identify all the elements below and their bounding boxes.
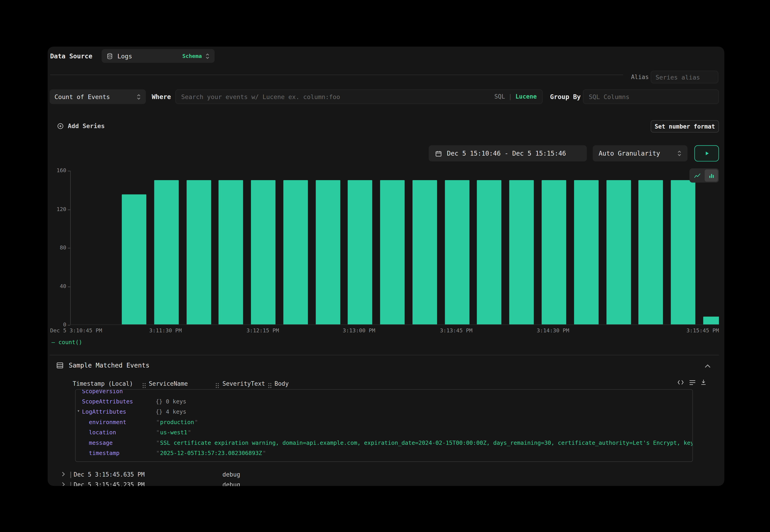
search-input-box: SQL | Lucene	[175, 89, 543, 104]
y-tick-mark	[68, 209, 70, 210]
select-chevrons-icon	[205, 53, 209, 59]
set-number-format-button[interactable]: Set number format	[651, 120, 719, 132]
json-attribute-row[interactable]: ScopeAttributes{} 0 keys	[76, 396, 693, 406]
json-attribute-row[interactable]: location"us-west1"	[76, 427, 693, 437]
event-row[interactable]: Dec 5 3:15:45.635 PMdebug	[48, 470, 721, 480]
attribute-key[interactable]: timestamp	[89, 450, 119, 456]
chart-bar[interactable]	[154, 180, 179, 324]
chart-bar[interactable]	[122, 194, 146, 325]
bar-chart-icon[interactable]	[705, 169, 718, 181]
run-query-button[interactable]	[694, 145, 719, 162]
chart-bar[interactable]	[542, 180, 566, 324]
sql-toggle[interactable]: SQL	[494, 93, 505, 100]
code-icon[interactable]	[677, 379, 684, 385]
attribute-value[interactable]: "us-west1"	[156, 429, 192, 436]
header-divider	[50, 75, 623, 75]
column-header-severitytext[interactable]: SeverityText	[222, 380, 265, 387]
x-tick-label: 3:13:45 PM	[440, 327, 473, 334]
legend-swatch: —	[52, 339, 55, 346]
attribute-value[interactable]: "2025-12-05T13:57:23.082306893Z"	[156, 450, 266, 456]
legend-label: count()	[58, 339, 82, 346]
select-chevrons-icon	[677, 150, 682, 157]
expand-row-icon[interactable]	[61, 482, 65, 486]
json-attribute-row[interactable]: timestamp"2025-12-05T13:57:23.082306893Z…	[76, 448, 693, 458]
chart-bar[interactable]	[380, 180, 405, 324]
chart-legend[interactable]: — count()	[52, 339, 82, 346]
chart-bar[interactable]	[283, 180, 308, 324]
database-icon	[107, 53, 113, 59]
json-attribute-row[interactable]: ScopeVersion	[76, 389, 693, 396]
chart-bar[interactable]	[186, 180, 211, 324]
bar-chart-plot[interactable]	[70, 171, 719, 325]
attribute-key[interactable]: environment	[89, 419, 126, 425]
search-input[interactable]	[181, 93, 494, 100]
attribute-key[interactable]: message	[89, 439, 113, 446]
download-icon[interactable]	[700, 379, 707, 385]
drag-handle-icon[interactable]	[268, 381, 271, 390]
chart-bar[interactable]	[671, 180, 695, 324]
chart-bar[interactable]	[639, 180, 663, 324]
schema-link[interactable]: Schema	[182, 53, 202, 59]
time-range-picker[interactable]: Dec 5 15:10:46 - Dec 5 15:15:46	[429, 145, 587, 162]
lucene-toggle[interactable]: Lucene	[516, 93, 537, 100]
chart-bar[interactable]	[445, 180, 469, 324]
chevron-up-icon[interactable]	[705, 364, 711, 368]
attribute-key[interactable]: ScopeVersion	[82, 389, 123, 395]
column-header-body[interactable]: Body	[274, 380, 289, 387]
attribute-key[interactable]: ScopeAttributes	[82, 398, 133, 405]
table-icon	[56, 362, 63, 369]
aggregate-value: Count of Events	[55, 93, 110, 100]
attribute-value[interactable]: "production"	[156, 419, 198, 425]
attribute-key[interactable]: LogAttributes	[82, 408, 126, 415]
json-attribute-row[interactable]: message"SSL certificate expiration warni…	[76, 437, 693, 447]
aggregate-select[interactable]: Count of Events	[50, 89, 146, 104]
y-tick-label: 0	[63, 321, 66, 328]
where-label: Where	[152, 93, 171, 101]
alias-input[interactable]	[656, 73, 714, 81]
language-divider: |	[509, 93, 512, 100]
events-section-header: Sample Matched Events	[56, 362, 149, 369]
column-header-timestamp[interactable]: Timestamp (Local)	[73, 380, 133, 387]
collapse-caret-icon[interactable]: ▾	[77, 408, 80, 413]
chart-bar[interactable]	[477, 180, 502, 324]
chart-bar[interactable]	[703, 317, 719, 325]
chart-bar[interactable]	[251, 180, 275, 324]
chart-type-switcher	[690, 168, 719, 183]
json-attribute-row[interactable]: ▾LogAttributes{} 4 keys	[76, 406, 693, 417]
group-by-label: Group By	[550, 93, 581, 101]
chart-bar[interactable]	[348, 180, 372, 324]
granularity-select[interactable]: Auto Granularity	[593, 145, 688, 162]
event-attributes-panel[interactable]: ScopeVersionScopeAttributes{} 0 keys▾Log…	[75, 389, 693, 462]
wrap-lines-icon[interactable]	[689, 380, 696, 385]
line-chart-icon[interactable]	[690, 169, 704, 181]
data-source-label: Data Source	[50, 52, 92, 60]
chart-bar[interactable]	[315, 180, 340, 324]
chart-bar[interactable]	[413, 180, 437, 324]
group-by-input-box	[583, 89, 719, 104]
drag-handle-icon[interactable]	[216, 381, 219, 390]
drag-handle-icon[interactable]	[142, 381, 146, 390]
json-attribute-row[interactable]: environment"production"	[76, 417, 693, 427]
attribute-key[interactable]: location	[89, 429, 116, 436]
chart-bar[interactable]	[574, 180, 598, 324]
attribute-value[interactable]: "SSL certificate expiration warning, dom…	[156, 439, 693, 446]
chart-bar[interactable]	[509, 180, 534, 324]
y-tick-mark	[68, 171, 70, 171]
events-title: Sample Matched Events	[69, 362, 149, 369]
column-header-servicename[interactable]: ServiceName	[149, 380, 188, 387]
add-series-button[interactable]: Add Series	[57, 122, 105, 129]
event-severity: debug	[222, 482, 240, 486]
attribute-key-count: {} 4 keys	[156, 408, 186, 415]
y-axis: 04080120160	[48, 171, 70, 325]
chart-bar[interactable]	[219, 180, 243, 324]
event-severity: debug	[222, 471, 240, 478]
x-tick-label: 3:13:00 PM	[343, 327, 375, 334]
data-source-select[interactable]: Logs Schema	[102, 49, 214, 63]
expand-row-icon[interactable]	[61, 472, 65, 477]
screen: Data Source Logs Schema Alias Count of E…	[0, 0, 770, 532]
severity-indicator	[70, 482, 71, 486]
set-number-format-label: Set number format	[655, 123, 715, 130]
chart-bar[interactable]	[606, 180, 631, 324]
group-by-input[interactable]	[589, 93, 713, 100]
event-row[interactable]: Dec 5 3:15:45.235 PMdebug	[48, 480, 721, 486]
